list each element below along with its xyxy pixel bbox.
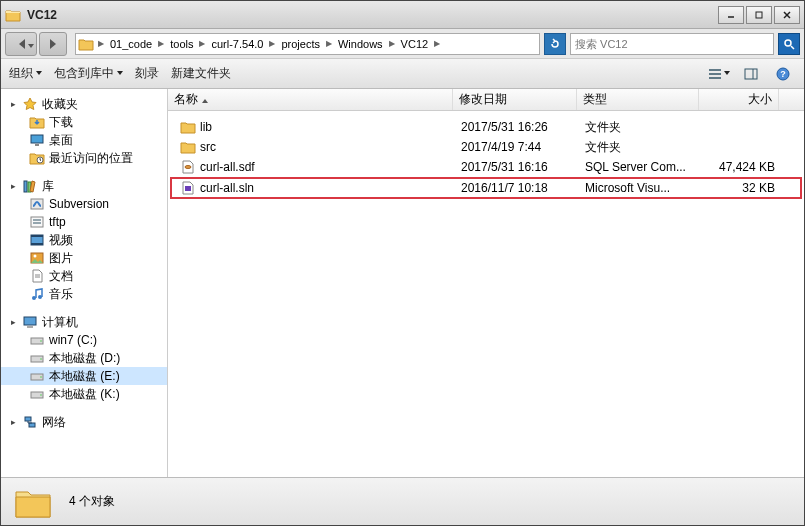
chevron-down-icon	[724, 71, 730, 78]
back-button[interactable]	[5, 32, 37, 56]
folder-icon	[13, 484, 53, 520]
chevron-down-icon	[36, 71, 42, 78]
recent-icon	[29, 151, 45, 165]
search-button[interactable]	[778, 33, 800, 55]
tree-music[interactable]: 音乐	[1, 285, 167, 303]
svg-point-36	[40, 358, 42, 360]
breadcrumb-item[interactable]: 01_code	[106, 34, 156, 54]
svg-rect-23	[31, 235, 43, 237]
svn-icon	[29, 197, 45, 211]
col-date-header[interactable]: 修改日期	[453, 89, 577, 110]
tree-drive-e[interactable]: 本地磁盘 (E:)	[1, 367, 167, 385]
forward-button[interactable]	[39, 32, 67, 56]
tree-recent[interactable]: 最近访问的位置	[1, 149, 167, 167]
navigation-tree[interactable]: ▸收藏夹 下载 桌面 最近访问的位置 ▸库 Subversion tftp 视频…	[1, 89, 168, 477]
svg-rect-9	[745, 69, 757, 79]
breadcrumb[interactable]: ▶ 01_code▶ tools▶ curl-7.54.0▶ projects▶…	[75, 33, 540, 55]
folder-icon	[180, 120, 196, 134]
tftp-icon	[29, 215, 45, 229]
drive-icon	[29, 351, 45, 365]
expand-icon: ▸	[9, 418, 18, 427]
refresh-button[interactable]	[544, 33, 566, 55]
tree-libraries[interactable]: ▸库	[1, 177, 167, 195]
maximize-button[interactable]	[746, 6, 772, 24]
col-name-header[interactable]: 名称	[168, 89, 453, 110]
minimize-button[interactable]	[718, 6, 744, 24]
svg-rect-44	[185, 186, 191, 191]
svg-rect-42	[29, 423, 35, 427]
tree-videos[interactable]: 视频	[1, 231, 167, 249]
folder-icon	[78, 37, 94, 51]
breadcrumb-item[interactable]: projects	[277, 34, 324, 54]
burn-button[interactable]: 刻录	[135, 65, 159, 82]
file-type: Microsoft Visu...	[579, 181, 701, 195]
tree-drive-d[interactable]: 本地磁盘 (D:)	[1, 349, 167, 367]
list-item[interactable]: lib2017/5/31 16:26文件夹	[170, 117, 802, 137]
list-header: 名称 修改日期 类型 大小	[168, 89, 804, 111]
drive-icon	[29, 369, 45, 383]
tree-desktop[interactable]: 桌面	[1, 131, 167, 149]
statusbar: 4 个对象	[1, 477, 804, 525]
breadcrumb-item[interactable]: VC12	[397, 34, 433, 54]
library-icon	[22, 179, 38, 193]
file-type: 文件夹	[579, 139, 701, 156]
tree-drive-k[interactable]: 本地磁盘 (K:)	[1, 385, 167, 403]
tree-pictures[interactable]: 图片	[1, 249, 167, 267]
expand-icon: ▸	[9, 100, 18, 109]
help-button[interactable]: ?	[770, 63, 796, 85]
file-date: 2017/5/31 16:26	[455, 120, 579, 134]
file-name: lib	[200, 120, 212, 134]
video-icon	[29, 233, 45, 247]
file-list: 名称 修改日期 类型 大小 lib2017/5/31 16:26文件夹src20…	[168, 89, 804, 477]
tree-subversion[interactable]: Subversion	[1, 195, 167, 213]
file-date: 2017/5/31 16:16	[455, 160, 579, 174]
tree-computer[interactable]: ▸计算机	[1, 313, 167, 331]
tree-drive-c[interactable]: win7 (C:)	[1, 331, 167, 349]
svg-rect-19	[31, 217, 43, 227]
list-body[interactable]: lib2017/5/31 16:26文件夹src2017/4/19 7:44文件…	[168, 111, 804, 477]
list-item[interactable]: curl-all.sln2016/11/7 10:18Microsoft Vis…	[170, 177, 802, 199]
svg-point-4	[785, 40, 791, 46]
svg-point-26	[34, 255, 37, 258]
newfolder-button[interactable]: 新建文件夹	[171, 65, 231, 82]
organize-menu[interactable]: 组织	[9, 65, 42, 82]
doc-icon	[29, 269, 45, 283]
breadcrumb-item[interactable]: Windows	[334, 34, 387, 54]
tree-documents[interactable]: 文档	[1, 267, 167, 285]
svg-point-43	[185, 166, 191, 169]
col-size-header[interactable]: 大小	[699, 89, 779, 110]
titlebar: VC12	[1, 1, 804, 29]
col-type-header[interactable]: 类型	[577, 89, 699, 110]
file-size: 32 KB	[701, 181, 781, 195]
tree-tftp[interactable]: tftp	[1, 213, 167, 231]
preview-pane-button[interactable]	[738, 63, 764, 85]
tree-favorites[interactable]: ▸收藏夹	[1, 95, 167, 113]
tree-downloads[interactable]: 下载	[1, 113, 167, 131]
breadcrumb-item[interactable]: curl-7.54.0	[207, 34, 267, 54]
folder-icon	[180, 140, 196, 154]
file-name: src	[200, 140, 216, 154]
sln-icon	[180, 181, 196, 195]
file-date: 2016/11/7 10:18	[455, 181, 579, 195]
list-item[interactable]: curl-all.sdf2017/5/31 16:16SQL Server Co…	[170, 157, 802, 177]
status-text: 4 个对象	[69, 493, 115, 510]
download-icon	[29, 115, 45, 129]
view-mode-button[interactable]	[706, 63, 732, 85]
list-item[interactable]: src2017/4/19 7:44文件夹	[170, 137, 802, 157]
svg-rect-41	[25, 417, 31, 421]
svg-point-38	[40, 376, 42, 378]
breadcrumb-item[interactable]: tools	[166, 34, 197, 54]
toolbar: 组织 包含到库中 刻录 新建文件夹 ?	[1, 59, 804, 89]
svg-text:?: ?	[780, 69, 786, 79]
search-box[interactable]	[570, 33, 774, 55]
tree-network[interactable]: ▸网络	[1, 413, 167, 431]
svg-rect-18	[31, 199, 43, 209]
svg-point-40	[40, 394, 42, 396]
search-input[interactable]	[575, 38, 769, 50]
expand-icon: ▸	[9, 182, 18, 191]
include-menu[interactable]: 包含到库中	[54, 65, 123, 82]
file-size: 47,424 KB	[701, 160, 781, 174]
address-bar: ▶ 01_code▶ tools▶ curl-7.54.0▶ projects▶…	[1, 29, 804, 59]
close-button[interactable]	[774, 6, 800, 24]
svg-rect-24	[31, 243, 43, 245]
